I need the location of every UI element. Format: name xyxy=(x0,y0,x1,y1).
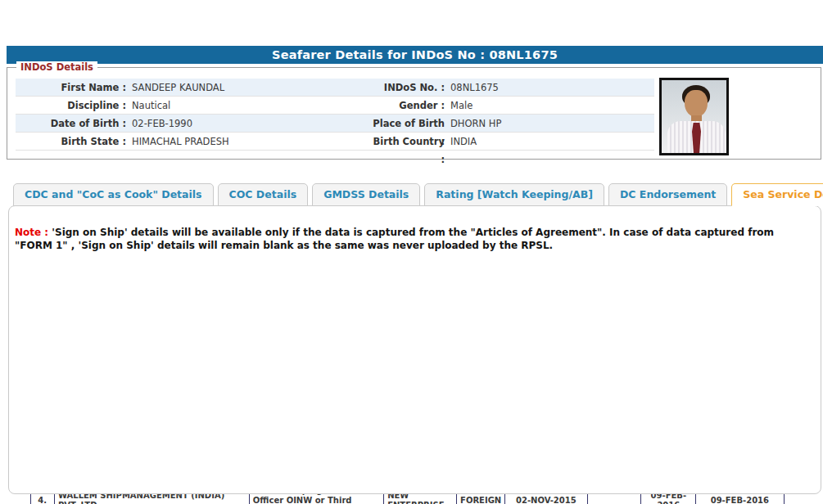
tab-cdc-coc-as-cook-details[interactable]: CDC and "CoC as Cook" Details xyxy=(13,183,214,206)
birth-state-value: HIMACHAL PRADESH xyxy=(132,133,372,150)
gender-label: Gender : xyxy=(372,97,450,114)
indos-details-legend: INDoS Details xyxy=(16,61,97,73)
first-name-value: SANDEEP KAUNDAL xyxy=(132,79,372,96)
discipline-value: Nautical xyxy=(132,97,372,114)
note-text: 'Sign on Ship' details will be available… xyxy=(15,227,774,251)
indos-field-row: First Name : SANDEEP KAUNDAL INDoS No. :… xyxy=(16,79,654,97)
tab-gmdss-details[interactable]: GMDSS Details xyxy=(312,183,420,206)
indos-field-row: Discipline : Nautical Gender : Male xyxy=(16,97,654,115)
tab-dc-endorsement[interactable]: DC Endorsement xyxy=(608,183,727,206)
indos-field-row: Birth State : HIMACHAL PRADESH Birth Cou… xyxy=(16,133,654,151)
birth-country-label: Birth Country : xyxy=(372,133,450,150)
gender-value: Male xyxy=(450,97,654,114)
note-prefix: Note : xyxy=(15,227,48,238)
discipline-label: Discipline : xyxy=(16,97,132,114)
page-title: Seafarer Details for INDoS No : 08NL1675 xyxy=(7,46,823,64)
birth-country-value: INDIA xyxy=(450,133,654,150)
tab-rating-watch-keeping-ab[interactable]: Rating [Watch Keeping/AB] xyxy=(424,183,604,206)
birth-state-label: Birth State : xyxy=(16,133,132,150)
seafarer-photo xyxy=(659,78,729,155)
indos-field-row: Date of Birth : 02-FEB-1990 Place of Bir… xyxy=(16,115,654,133)
indos-no-label: INDoS No. : xyxy=(372,79,450,96)
tab-strip: CDC and "CoC as Cook" Details COC Detail… xyxy=(13,183,823,206)
indos-details-fieldset: INDoS Details First Name : SANDEEP KAUND… xyxy=(7,67,821,160)
date-of-birth-value: 02-FEB-1990 xyxy=(132,115,372,132)
date-of-birth-label: Date of Birth : xyxy=(16,115,132,132)
place-of-birth-label: Place of Birth : xyxy=(372,115,450,132)
tab-coc-details[interactable]: COC Details xyxy=(218,183,309,206)
place-of-birth-value: DHORN HP xyxy=(450,115,654,132)
sign-on-ship-note: Note : 'Sign on Ship' details will be av… xyxy=(15,227,804,252)
indos-details-rows: First Name : SANDEEP KAUNDAL INDoS No. :… xyxy=(16,79,654,151)
first-name-label: First Name : xyxy=(16,79,132,96)
indos-no-value: 08NL1675 xyxy=(450,79,654,96)
tab-sea-service-details[interactable]: Sea Service Details xyxy=(731,183,823,206)
